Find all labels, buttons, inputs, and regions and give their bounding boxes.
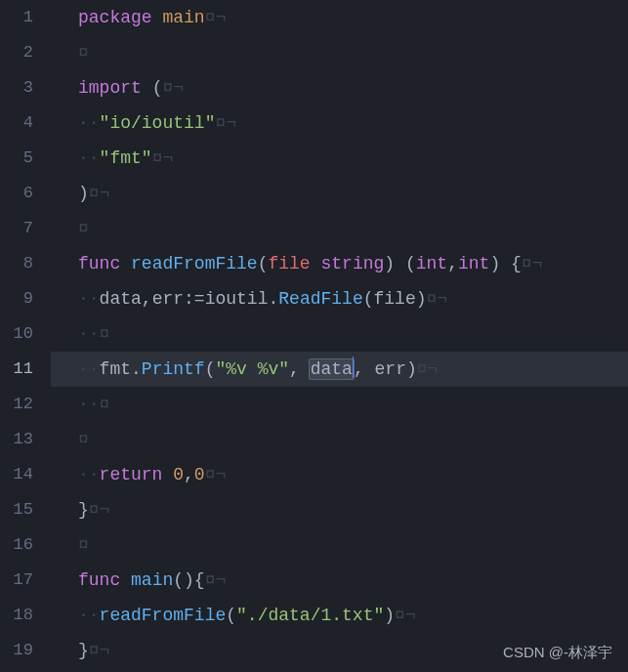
line-number: 5 (0, 141, 51, 176)
code-line[interactable]: ··readFromFile("./data/1.txt")¤¬ (78, 598, 628, 633)
code-token: err (152, 289, 184, 309)
code-token: func (78, 254, 120, 273)
code-token: 0 (173, 465, 184, 484)
code-line[interactable]: ··"io/ioutil"¤¬ (78, 105, 628, 141)
code-editor[interactable]: 12345678910111213141516171819 package ma… (0, 0, 628, 672)
code-token: , (354, 359, 364, 379)
code-token: ¤ (78, 219, 89, 238)
code-token: ( (226, 606, 236, 625)
code-token: ¤¬ (162, 78, 184, 98)
code-token: , (184, 465, 194, 484)
code-line[interactable]: }¤¬ (78, 492, 628, 527)
code-token: ) (384, 254, 395, 273)
code-token: "./data/1.txt" (236, 606, 384, 625)
code-line[interactable]: ¤ (78, 35, 628, 70)
code-line[interactable]: import (¤¬ (78, 70, 628, 105)
code-token: , (447, 254, 458, 273)
code-token: main (162, 8, 204, 27)
line-number-gutter: 12345678910111213141516171819 (0, 0, 51, 672)
code-token: readFromFile (100, 606, 227, 625)
code-line[interactable]: ··¤ (78, 387, 628, 422)
code-line[interactable]: )¤¬ (78, 176, 628, 211)
code-token: ·· (78, 606, 100, 625)
line-number: 12 (0, 387, 51, 422)
code-token: . (268, 289, 278, 309)
code-token: data (309, 358, 355, 380)
line-number: 13 (0, 422, 51, 457)
code-token: ¤¬ (89, 184, 110, 203)
code-token: int (416, 254, 447, 273)
code-token: ¤¬ (89, 641, 110, 660)
code-token: ··¤ (78, 395, 109, 414)
code-line[interactable]: ··data,err:=ioutil.ReadFile(file)¤¬ (78, 281, 628, 316)
code-token: ¤¬ (152, 148, 174, 168)
code-token: Printf (142, 359, 205, 379)
line-number: 18 (0, 598, 51, 633)
code-token: ¤¬ (395, 606, 416, 625)
line-number: 4 (0, 105, 51, 141)
code-token: data (100, 289, 142, 309)
code-token: := (184, 289, 205, 309)
code-token: ¤¬ (417, 359, 439, 379)
code-line[interactable]: func main(){¤¬ (78, 563, 628, 598)
line-number: 16 (0, 527, 51, 563)
line-number: 11 (0, 352, 51, 387)
code-line[interactable]: ¤ (78, 211, 628, 246)
code-token: func (78, 570, 120, 590)
line-number: 2 (0, 35, 51, 70)
code-token: "%v %v" (215, 359, 289, 379)
code-token: ·· (78, 113, 100, 133)
code-token: } (78, 641, 89, 660)
code-token: string (321, 254, 385, 273)
code-token: ¤ (78, 430, 89, 449)
code-token: ) (78, 184, 89, 203)
code-token: ¤¬ (522, 254, 543, 273)
code-token: , (142, 289, 152, 309)
code-line[interactable]: package main¤¬ (78, 0, 628, 35)
code-token: ( (363, 289, 374, 309)
code-token: ) (416, 289, 427, 309)
code-token: fmt (100, 359, 131, 379)
code-token: return (100, 465, 163, 484)
code-line[interactable]: ¤ (78, 527, 628, 563)
code-token: . (131, 359, 142, 379)
code-line[interactable]: func readFromFile(file string) (int,int)… (78, 246, 628, 281)
code-token: ioutil (205, 289, 269, 309)
line-number: 15 (0, 492, 51, 527)
code-token: ·· (78, 465, 100, 484)
code-token: main (131, 570, 173, 590)
code-token: ( (152, 78, 163, 98)
code-area[interactable]: package main¤¬¤import (¤¬··"io/ioutil"¤¬… (51, 0, 628, 672)
csdn-watermark: CSDN @-林泽宇 (503, 644, 612, 662)
code-token: ··¤ (78, 324, 109, 344)
code-token: ¤¬ (215, 113, 236, 133)
code-line[interactable]: ¤ (78, 422, 628, 457)
code-token: , (289, 359, 300, 379)
code-token: import (78, 78, 142, 98)
code-token: package (78, 8, 152, 27)
code-token: "io/ioutil" (100, 113, 216, 133)
code-token: ¤¬ (205, 8, 227, 27)
code-line[interactable]: ··fmt.Printf("%v %v", data, err)¤¬ (51, 352, 628, 387)
code-line[interactable]: ··return 0,0¤¬ (78, 457, 628, 492)
code-token: ¤¬ (427, 289, 448, 309)
code-token: file (268, 254, 310, 273)
code-token: ) (489, 254, 500, 273)
line-number: 10 (0, 316, 51, 352)
line-number: 19 (0, 633, 51, 668)
code-line[interactable]: ··¤ (78, 316, 628, 352)
code-line[interactable]: ··"fmt"¤¬ (78, 141, 628, 176)
code-token: ·· (78, 148, 100, 168)
code-token: "fmt" (100, 148, 152, 168)
line-number: 1 (0, 0, 51, 35)
line-number: 8 (0, 246, 51, 281)
code-token: ·· (78, 289, 100, 309)
code-token: (){ (173, 570, 204, 590)
code-token: file (374, 289, 416, 309)
code-token: ¤ (78, 535, 89, 555)
code-token: ( (205, 359, 216, 379)
code-token: ReadFile (278, 289, 362, 309)
line-number: 3 (0, 70, 51, 105)
code-token: ·· (78, 359, 100, 379)
line-number: 7 (0, 211, 51, 246)
